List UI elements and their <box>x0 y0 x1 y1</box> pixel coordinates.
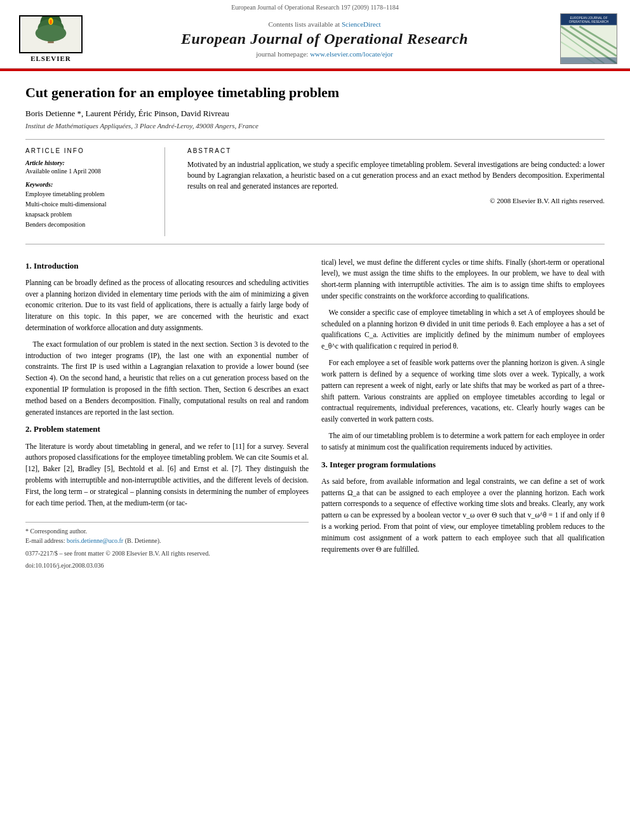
body-two-col: 1. Introduction Planning can be broadly … <box>25 257 605 571</box>
section1-right-para4: The aim of our timetabling problem is to… <box>321 430 605 453</box>
email-line: E-mail address: boris.detienne@uco.fr (B… <box>25 536 309 546</box>
article-info-abstract: Article Info Article history: Available … <box>25 139 605 244</box>
svg-point-4 <box>36 25 67 41</box>
elsevier-logo-box <box>19 15 83 53</box>
journal-title-center: Contents lists available at ScienceDirec… <box>89 20 560 58</box>
history-value: Available online 1 April 2008 <box>25 168 155 175</box>
journal-title: European Journal of Operational Research <box>95 30 554 48</box>
abstract-text: Motivated by an industrial application, … <box>187 159 605 192</box>
article-info-heading: Article Info <box>25 147 155 154</box>
elsevier-logo: ELSEVIER <box>13 15 89 62</box>
section2-heading: Problem statement <box>34 424 100 434</box>
section1-number: 1. <box>25 261 32 270</box>
journal-url[interactable]: www.elsevier.com/locate/ejor <box>310 50 393 58</box>
section1-right-para3: For each employee a set of feasible work… <box>321 357 605 425</box>
keyword-1: Employee timetabling problem <box>25 189 155 199</box>
abstract-col: Abstract Motivated by an industrial appl… <box>178 147 605 236</box>
right-body-col: tical) level, we must define the differe… <box>321 257 605 571</box>
section3-heading: Integer program formulations <box>330 460 436 469</box>
footer-rights: 0377-2217/$ – see front matter © 2008 El… <box>25 549 309 559</box>
keyword-4: Benders decomposition <box>25 220 155 230</box>
journal-header: European Journal of Operational Research… <box>0 0 630 69</box>
article-history: Article history: Available online 1 Apri… <box>25 159 155 175</box>
svg-text:EUROPEAN JOURNAL OF: EUROPEAN JOURNAL OF <box>570 17 607 20</box>
footnote-area: * Corresponding author. E-mail address: … <box>25 522 309 546</box>
journal-banner: ELSEVIER Contents lists available at Sci… <box>0 13 630 68</box>
paper-title: Cut generation for an employee timetabli… <box>25 84 605 102</box>
section1-title: 1. Introduction <box>25 260 309 272</box>
email-link[interactable]: boris.detienne@uco.fr <box>67 537 123 544</box>
svg-rect-16 <box>561 57 617 63</box>
section1-para2: The exact formulation of our problem is … <box>25 339 309 418</box>
keywords-list: Employee timetabling problem Multi-choic… <box>25 189 155 230</box>
footer-doi: doi:10.1016/j.ejor.2008.03.036 <box>25 561 309 571</box>
abstract-heading: Abstract <box>187 147 605 154</box>
section2-title: 2. Problem statement <box>25 423 309 436</box>
section3-number: 3. <box>321 460 328 469</box>
section2-number: 2. <box>25 424 32 434</box>
elsevier-wordmark: ELSEVIER <box>30 55 71 62</box>
paper-authors: Boris Detienne *, Laurent Péridy, Éric P… <box>25 109 605 119</box>
keywords-label: Keywords: <box>25 181 155 188</box>
section3-title: 3. Integer program formulations <box>321 458 605 471</box>
section1-heading: Introduction <box>34 261 79 270</box>
email-label: E-mail address: <box>25 537 65 544</box>
section1-right-para2: We consider a specific case of employee … <box>321 307 605 352</box>
email-extra: (B. Detienne). <box>125 537 161 544</box>
contents-available: Contents lists available at ScienceDirec… <box>95 20 554 28</box>
keyword-3: knapsack problem <box>25 210 155 220</box>
history-label: Article history: <box>25 159 155 166</box>
journal-citation: European Journal of Operational Research… <box>231 4 398 11</box>
svg-point-6 <box>50 20 52 24</box>
article-info-col: Article Info Article history: Available … <box>25 147 165 236</box>
paper-affiliation: Institut de Mathématiques Appliquées, 3 … <box>25 122 605 130</box>
section1-para1: Planning can be broadly defined as the p… <box>25 277 309 334</box>
section2-para1: The literature is wordy about timetablin… <box>25 441 309 509</box>
section3-para1: As said before, from available informati… <box>321 476 605 556</box>
authors-text: Boris Detienne *, Laurent Péridy, Éric P… <box>25 109 229 118</box>
keyword-2: Multi-choice multi-dimensional <box>25 199 155 210</box>
journal-cover-image: EUROPEAN JOURNAL OF OPERATIONAL RESEARCH <box>560 13 617 64</box>
main-content: Cut generation for an employee timetabli… <box>0 71 630 583</box>
left-body-col: 1. Introduction Planning can be broadly … <box>25 257 309 571</box>
sciencedirect-link[interactable]: ScienceDirect <box>342 20 381 28</box>
abstract-copyright: © 2008 Elsevier B.V. All rights reserved… <box>187 197 605 204</box>
svg-text:OPERATIONAL RESEARCH: OPERATIONAL RESEARCH <box>569 20 609 23</box>
journal-homepage: journal homepage: www.elsevier.com/locat… <box>95 50 554 58</box>
journal-top-bar: European Journal of Operational Research… <box>0 4 630 11</box>
corresponding-note: * Corresponding author. <box>25 526 309 537</box>
section1-right-para1: tical) level, we must define the differe… <box>321 257 605 302</box>
keywords-group: Keywords: Employee timetabling problem M… <box>25 181 155 230</box>
